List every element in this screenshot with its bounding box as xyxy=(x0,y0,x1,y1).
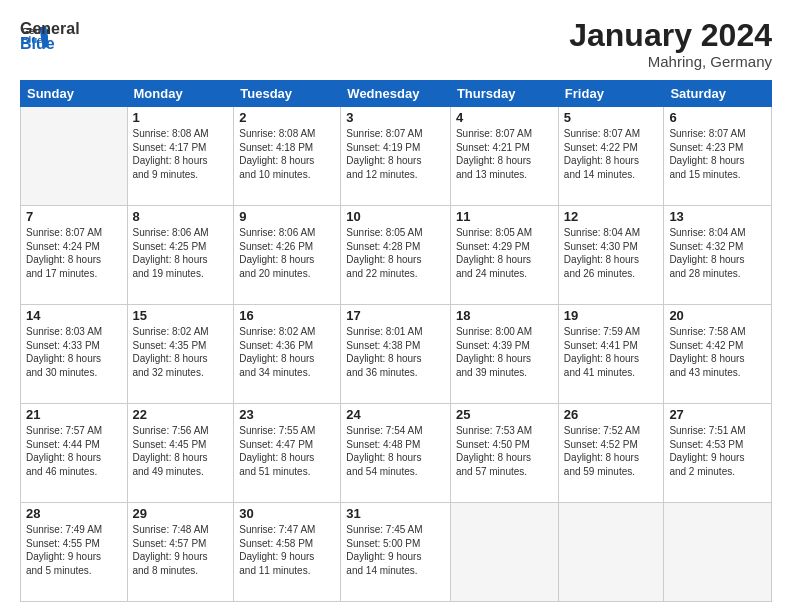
day-number: 9 xyxy=(239,209,335,224)
cell-info: Sunrise: 8:07 AM Sunset: 4:24 PM Dayligh… xyxy=(26,226,122,280)
col-wednesday: Wednesday xyxy=(341,81,451,107)
cell-4-1: 29Sunrise: 7:48 AM Sunset: 4:57 PM Dayli… xyxy=(127,503,234,602)
day-number: 22 xyxy=(133,407,229,422)
cell-4-2: 30Sunrise: 7:47 AM Sunset: 4:58 PM Dayli… xyxy=(234,503,341,602)
week-row-2: 14Sunrise: 8:03 AM Sunset: 4:33 PM Dayli… xyxy=(21,305,772,404)
day-number: 17 xyxy=(346,308,445,323)
header: General Blue General Blue General Blue J… xyxy=(20,18,772,70)
day-number: 30 xyxy=(239,506,335,521)
cell-2-2: 16Sunrise: 8:02 AM Sunset: 4:36 PM Dayli… xyxy=(234,305,341,404)
day-number: 28 xyxy=(26,506,122,521)
month-title: January 2024 xyxy=(569,18,772,53)
day-number: 7 xyxy=(26,209,122,224)
day-number: 16 xyxy=(239,308,335,323)
cell-2-0: 14Sunrise: 8:03 AM Sunset: 4:33 PM Dayli… xyxy=(21,305,128,404)
cell-2-6: 20Sunrise: 7:58 AM Sunset: 4:42 PM Dayli… xyxy=(664,305,772,404)
cell-info: Sunrise: 8:08 AM Sunset: 4:18 PM Dayligh… xyxy=(239,127,335,181)
cell-2-3: 17Sunrise: 8:01 AM Sunset: 4:38 PM Dayli… xyxy=(341,305,451,404)
cell-info: Sunrise: 7:58 AM Sunset: 4:42 PM Dayligh… xyxy=(669,325,766,379)
cell-3-5: 26Sunrise: 7:52 AM Sunset: 4:52 PM Dayli… xyxy=(558,404,664,503)
cell-4-6 xyxy=(664,503,772,602)
day-number: 1 xyxy=(133,110,229,125)
cell-info: Sunrise: 8:07 AM Sunset: 4:21 PM Dayligh… xyxy=(456,127,553,181)
cell-info: Sunrise: 8:01 AM Sunset: 4:38 PM Dayligh… xyxy=(346,325,445,379)
cell-info: Sunrise: 7:51 AM Sunset: 4:53 PM Dayligh… xyxy=(669,424,766,478)
cell-info: Sunrise: 7:47 AM Sunset: 4:58 PM Dayligh… xyxy=(239,523,335,577)
cell-1-1: 8Sunrise: 8:06 AM Sunset: 4:25 PM Daylig… xyxy=(127,206,234,305)
day-number: 12 xyxy=(564,209,659,224)
day-number: 11 xyxy=(456,209,553,224)
day-number: 24 xyxy=(346,407,445,422)
col-monday: Monday xyxy=(127,81,234,107)
day-number: 10 xyxy=(346,209,445,224)
cell-info: Sunrise: 7:54 AM Sunset: 4:48 PM Dayligh… xyxy=(346,424,445,478)
day-number: 19 xyxy=(564,308,659,323)
day-number: 15 xyxy=(133,308,229,323)
cell-info: Sunrise: 8:04 AM Sunset: 4:32 PM Dayligh… xyxy=(669,226,766,280)
cell-4-5 xyxy=(558,503,664,602)
cell-info: Sunrise: 8:02 AM Sunset: 4:35 PM Dayligh… xyxy=(133,325,229,379)
day-number: 23 xyxy=(239,407,335,422)
cell-2-5: 19Sunrise: 7:59 AM Sunset: 4:41 PM Dayli… xyxy=(558,305,664,404)
cell-3-3: 24Sunrise: 7:54 AM Sunset: 4:48 PM Dayli… xyxy=(341,404,451,503)
cell-info: Sunrise: 8:07 AM Sunset: 4:23 PM Dayligh… xyxy=(669,127,766,181)
day-number: 5 xyxy=(564,110,659,125)
cell-2-4: 18Sunrise: 8:00 AM Sunset: 4:39 PM Dayli… xyxy=(450,305,558,404)
cell-info: Sunrise: 7:45 AM Sunset: 5:00 PM Dayligh… xyxy=(346,523,445,577)
cell-0-2: 2Sunrise: 8:08 AM Sunset: 4:18 PM Daylig… xyxy=(234,107,341,206)
cell-info: Sunrise: 8:06 AM Sunset: 4:26 PM Dayligh… xyxy=(239,226,335,280)
week-row-1: 7Sunrise: 8:07 AM Sunset: 4:24 PM Daylig… xyxy=(21,206,772,305)
day-number: 31 xyxy=(346,506,445,521)
cell-4-0: 28Sunrise: 7:49 AM Sunset: 4:55 PM Dayli… xyxy=(21,503,128,602)
cell-info: Sunrise: 7:59 AM Sunset: 4:41 PM Dayligh… xyxy=(564,325,659,379)
page: General Blue General Blue General Blue J… xyxy=(0,0,792,612)
day-number: 27 xyxy=(669,407,766,422)
col-thursday: Thursday xyxy=(450,81,558,107)
logo: General Blue General Blue xyxy=(20,18,80,52)
day-number: 2 xyxy=(239,110,335,125)
cell-info: Sunrise: 7:57 AM Sunset: 4:44 PM Dayligh… xyxy=(26,424,122,478)
cell-3-6: 27Sunrise: 7:51 AM Sunset: 4:53 PM Dayli… xyxy=(664,404,772,503)
cell-info: Sunrise: 7:52 AM Sunset: 4:52 PM Dayligh… xyxy=(564,424,659,478)
cell-4-3: 31Sunrise: 7:45 AM Sunset: 5:00 PM Dayli… xyxy=(341,503,451,602)
cell-1-0: 7Sunrise: 8:07 AM Sunset: 4:24 PM Daylig… xyxy=(21,206,128,305)
title-block: January 2024 Mahring, Germany xyxy=(569,18,772,70)
cell-info: Sunrise: 8:06 AM Sunset: 4:25 PM Dayligh… xyxy=(133,226,229,280)
cell-1-4: 11Sunrise: 8:05 AM Sunset: 4:29 PM Dayli… xyxy=(450,206,558,305)
cell-0-1: 1Sunrise: 8:08 AM Sunset: 4:17 PM Daylig… xyxy=(127,107,234,206)
cell-info: Sunrise: 8:04 AM Sunset: 4:30 PM Dayligh… xyxy=(564,226,659,280)
day-number: 13 xyxy=(669,209,766,224)
cell-4-4 xyxy=(450,503,558,602)
col-tuesday: Tuesday xyxy=(234,81,341,107)
cell-3-1: 22Sunrise: 7:56 AM Sunset: 4:45 PM Dayli… xyxy=(127,404,234,503)
cell-0-4: 4Sunrise: 8:07 AM Sunset: 4:21 PM Daylig… xyxy=(450,107,558,206)
cell-info: Sunrise: 7:56 AM Sunset: 4:45 PM Dayligh… xyxy=(133,424,229,478)
header-row: Sunday Monday Tuesday Wednesday Thursday… xyxy=(21,81,772,107)
cell-info: Sunrise: 8:05 AM Sunset: 4:28 PM Dayligh… xyxy=(346,226,445,280)
day-number: 8 xyxy=(133,209,229,224)
cell-info: Sunrise: 7:53 AM Sunset: 4:50 PM Dayligh… xyxy=(456,424,553,478)
col-sunday: Sunday xyxy=(21,81,128,107)
cell-0-5: 5Sunrise: 8:07 AM Sunset: 4:22 PM Daylig… xyxy=(558,107,664,206)
cell-2-1: 15Sunrise: 8:02 AM Sunset: 4:35 PM Dayli… xyxy=(127,305,234,404)
day-number: 4 xyxy=(456,110,553,125)
cell-0-0 xyxy=(21,107,128,206)
cell-info: Sunrise: 8:03 AM Sunset: 4:33 PM Dayligh… xyxy=(26,325,122,379)
week-row-4: 28Sunrise: 7:49 AM Sunset: 4:55 PM Dayli… xyxy=(21,503,772,602)
cell-info: Sunrise: 8:07 AM Sunset: 4:22 PM Dayligh… xyxy=(564,127,659,181)
cell-1-5: 12Sunrise: 8:04 AM Sunset: 4:30 PM Dayli… xyxy=(558,206,664,305)
day-number: 20 xyxy=(669,308,766,323)
cell-info: Sunrise: 8:08 AM Sunset: 4:17 PM Dayligh… xyxy=(133,127,229,181)
calendar-body: 1Sunrise: 8:08 AM Sunset: 4:17 PM Daylig… xyxy=(21,107,772,602)
cell-1-6: 13Sunrise: 8:04 AM Sunset: 4:32 PM Dayli… xyxy=(664,206,772,305)
week-row-0: 1Sunrise: 8:08 AM Sunset: 4:17 PM Daylig… xyxy=(21,107,772,206)
cell-info: Sunrise: 8:05 AM Sunset: 4:29 PM Dayligh… xyxy=(456,226,553,280)
location-title: Mahring, Germany xyxy=(569,53,772,70)
calendar-table: Sunday Monday Tuesday Wednesday Thursday… xyxy=(20,80,772,602)
logo-text-block: General Blue xyxy=(20,20,80,52)
day-number: 21 xyxy=(26,407,122,422)
cell-info: Sunrise: 7:55 AM Sunset: 4:47 PM Dayligh… xyxy=(239,424,335,478)
day-number: 3 xyxy=(346,110,445,125)
cell-0-6: 6Sunrise: 8:07 AM Sunset: 4:23 PM Daylig… xyxy=(664,107,772,206)
cell-1-3: 10Sunrise: 8:05 AM Sunset: 4:28 PM Dayli… xyxy=(341,206,451,305)
